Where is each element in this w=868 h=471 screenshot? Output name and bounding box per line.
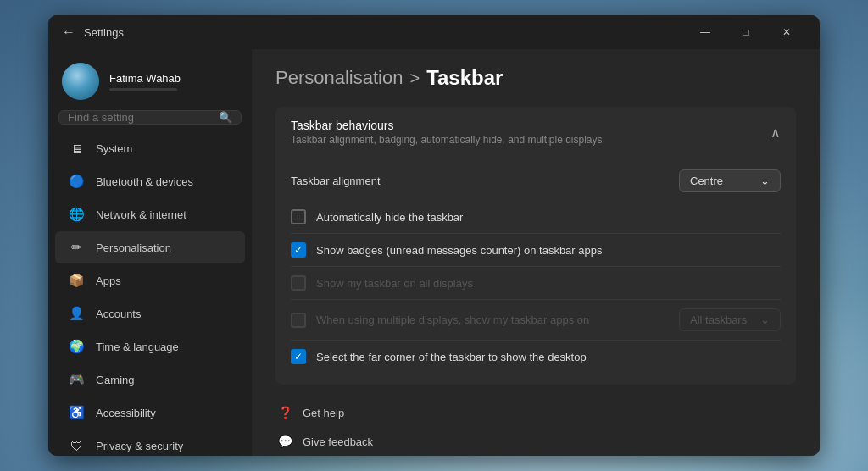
accounts-icon: 👤 (69, 306, 84, 321)
user-profile: Fatima Wahab (48, 49, 252, 110)
sidebar-item-label: Gaming (96, 374, 135, 386)
network-icon: 🌐 (69, 207, 84, 222)
user-bar-decoration (109, 88, 177, 91)
sidebar-item-gaming[interactable]: 🎮 Gaming (55, 363, 245, 396)
sidebar-item-accessibility[interactable]: ♿ Accessibility (55, 396, 245, 429)
sidebar-item-time[interactable]: 🌍 Time & language (55, 330, 245, 363)
gaming-icon: 🎮 (69, 372, 84, 387)
minimize-button[interactable]: — (686, 19, 725, 46)
footer-links: ❓ Get help 💬 Give feedback (275, 398, 796, 456)
footer-links-list: ❓ Get help 💬 Give feedback (275, 398, 796, 456)
sidebar-item-label: Accessibility (96, 407, 156, 419)
sidebar-item-network[interactable]: 🌐 Network & internet (55, 198, 245, 230)
breadcrumb-parent: Personalisation (275, 67, 403, 89)
checkbox-show-badges[interactable] (291, 242, 306, 258)
back-button[interactable]: ← (62, 25, 75, 40)
footer-link-0[interactable]: ❓ Get help (275, 398, 796, 427)
settings-window: ← Settings — □ ✕ Fatima Wahab 🔍 (48, 15, 820, 456)
system-icon: 🖥 (69, 141, 84, 156)
sidebar-item-label: System (96, 142, 132, 155)
checkbox-row-auto-hide: Automatically hide the taskbar (291, 201, 781, 233)
section-subtitle: Taskbar alignment, badging, automaticall… (291, 134, 603, 146)
accessibility-icon: ♿ (69, 405, 84, 420)
sidebar-item-label: Personalisation (96, 241, 171, 254)
sidebar: Fatima Wahab 🔍 🖥 System 🔵 Bluetooth & de… (48, 49, 252, 456)
user-name: Fatima Wahab (109, 72, 181, 85)
sidebar-item-personalisation[interactable]: ✏ Personalisation (55, 231, 245, 263)
sidebar-item-accounts[interactable]: 👤 Accounts (55, 297, 245, 330)
checkbox-row-show-apps-on: When using multiple displays, show my ta… (291, 299, 781, 340)
checkbox-row-show-badges: Show badges (unread messages counter) on… (291, 233, 781, 266)
checkbox-label-auto-hide: Automatically hide the taskbar (316, 211, 463, 224)
search-input[interactable] (68, 111, 219, 124)
section-header[interactable]: Taskbar behaviours Taskbar alignment, ba… (275, 107, 796, 158)
checkbox-label-show-apps-on: When using multiple displays, show my ta… (316, 313, 589, 326)
privacy-icon: 🛡 (69, 438, 84, 453)
apps-icon: 📦 (69, 273, 84, 288)
sidebar-item-bluetooth[interactable]: 🔵 Bluetooth & devices (55, 165, 245, 197)
nav-list: 🖥 System 🔵 Bluetooth & devices 🌐 Network… (48, 131, 252, 456)
sidebar-item-privacy[interactable]: 🛡 Privacy & security (55, 429, 245, 456)
bluetooth-icon: 🔵 (69, 174, 84, 189)
footer-link-icon-0: ❓ (275, 403, 294, 422)
section-body: Taskbar alignment Centre ⌄ Automatically… (275, 158, 796, 385)
checkbox-show-apps-on[interactable] (291, 313, 306, 328)
section-title: Taskbar behaviours (291, 119, 603, 132)
chevron-up-icon: ∧ (771, 125, 781, 141)
content-area: Personalisation > Taskbar Taskbar behavi… (252, 49, 820, 456)
taskbar-behaviours-section: Taskbar behaviours Taskbar alignment, ba… (275, 107, 796, 385)
checkbox-label-show-badges: Show badges (unread messages counter) on… (316, 244, 602, 257)
checkbox-label-show-all-displays: Show my taskbar on all displays (316, 277, 473, 290)
sidebar-item-label: Time & language (96, 341, 179, 353)
footer-link-1[interactable]: 💬 Give feedback (275, 427, 796, 456)
window-title: Settings (84, 26, 124, 39)
personalisation-icon: ✏ (69, 240, 84, 255)
sidebar-item-system[interactable]: 🖥 System (55, 132, 245, 164)
close-button[interactable]: ✕ (767, 19, 806, 46)
taskbar-alignment-label: Taskbar alignment (291, 175, 679, 187)
checkbox-select-corner[interactable] (291, 349, 306, 364)
taskbar-alignment-dropdown[interactable]: Centre ⌄ (679, 169, 781, 192)
breadcrumb: Personalisation > Taskbar (275, 66, 796, 90)
checkbox-auto-hide[interactable] (291, 209, 306, 224)
sidebar-item-label: Network & internet (96, 208, 186, 221)
window-controls: — □ ✕ (686, 19, 806, 46)
checkbox-row-select-corner: Select the far corner of the taskbar to … (291, 340, 781, 373)
sidebar-item-label: Bluetooth & devices (96, 175, 193, 188)
taskbar-apps-dropdown: All taskbars ⌄ (679, 308, 781, 331)
search-icon: 🔍 (219, 111, 232, 124)
footer-link-label-0: Get help (303, 407, 344, 419)
time-icon: 🌍 (69, 339, 84, 354)
taskbar-alignment-row: Taskbar alignment Centre ⌄ (291, 161, 781, 201)
checkbox-label-select-corner: Select the far corner of the taskbar to … (316, 351, 587, 363)
checkbox-row-show-all-displays: Show my taskbar on all displays (291, 266, 781, 299)
breadcrumb-current: Taskbar (426, 66, 503, 90)
avatar (62, 63, 99, 100)
checkboxes-list: Automatically hide the taskbar Show badg… (291, 201, 781, 373)
footer-link-label-1: Give feedback (303, 435, 373, 448)
breadcrumb-separator: > (409, 69, 420, 88)
footer-link-icon-1: 💬 (275, 432, 294, 451)
titlebar: ← Settings — □ ✕ (48, 15, 820, 49)
search-box[interactable]: 🔍 (58, 110, 242, 125)
maximize-button[interactable]: □ (726, 19, 765, 46)
sidebar-item-label: Accounts (96, 308, 141, 320)
checkbox-show-all-displays[interactable] (291, 275, 306, 291)
sidebar-item-apps[interactable]: 📦 Apps (55, 264, 245, 296)
sidebar-item-label: Apps (96, 274, 121, 287)
sidebar-item-label: Privacy & security (96, 440, 183, 452)
main-body: Fatima Wahab 🔍 🖥 System 🔵 Bluetooth & de… (48, 49, 820, 456)
